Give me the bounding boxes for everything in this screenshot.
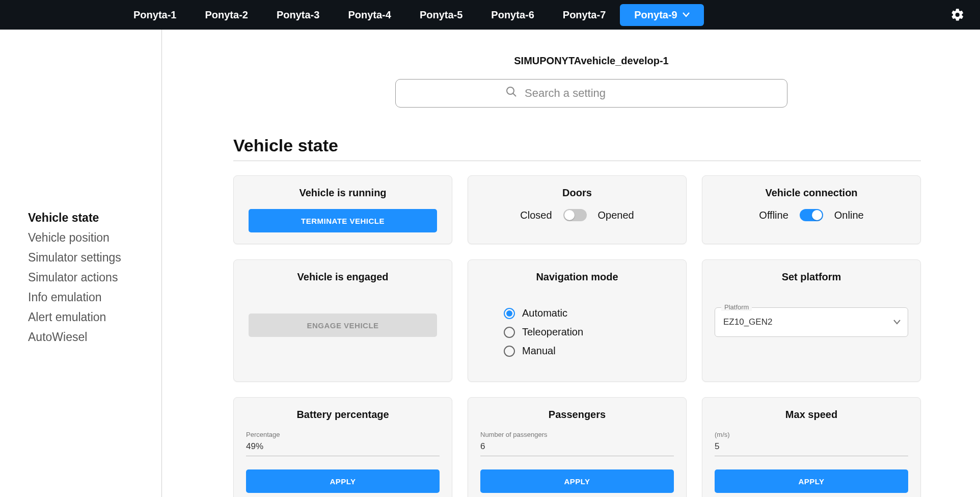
radio-icon [504,308,515,319]
maxspeed-input[interactable] [715,438,908,456]
sidebar-item-alert-emulation[interactable]: Alert emulation [28,307,161,327]
radio-icon [504,327,515,338]
sidebar-item-info-emulation[interactable]: Info emulation [28,287,161,307]
battery-apply-button[interactable]: APPLY [246,469,440,493]
sidebar-item-vehicle-state[interactable]: Vehicle state [28,208,161,228]
card-title: Vehicle is engaged [246,271,440,283]
platform-select[interactable]: Platform EZ10_GEN2 [715,307,908,337]
sidebar-item-simulator-settings[interactable]: Simulator settings [28,248,161,268]
tab-ponyta-6[interactable]: Ponyta-6 [477,4,548,26]
svg-line-1 [513,93,516,96]
card-title: Set platform [715,271,908,283]
radio-label: Automatic [522,307,567,319]
engage-vehicle-button: ENGAGE VEHICLE [249,313,437,337]
passengers-apply-button[interactable]: APPLY [480,469,674,493]
card-doors: Doors Closed Opened [468,175,687,244]
doors-opened-label: Opened [598,210,634,221]
search-box[interactable] [395,79,787,108]
tab-ponyta-4[interactable]: Ponyta-4 [334,4,405,26]
navmode-option-teleoperation[interactable]: Teleoperation [504,326,674,338]
connection-offline-label: Offline [759,210,788,221]
settings-gear-icon[interactable] [947,5,968,25]
platform-field-label: Platform [721,303,752,311]
card-set-platform: Set platform Platform EZ10_GEN2 [702,259,921,382]
card-battery-percentage: Battery percentage Percentage APPLY [233,397,452,497]
tab-ponyta-2[interactable]: Ponyta-2 [190,4,262,26]
search-input[interactable] [525,87,677,100]
card-vehicle-connection: Vehicle connection Offline Online [702,175,921,244]
card-title: Doors [480,187,674,199]
card-title: Battery percentage [246,409,440,421]
tab-ponyta-3[interactable]: Ponyta-3 [262,4,334,26]
card-vehicle-running: Vehicle is running TERMINATE VEHICLE [233,175,452,244]
doors-toggle[interactable] [563,209,587,221]
sidebar-item-autowiesel[interactable]: AutoWiesel [28,327,161,347]
card-passengers: Passengers Number of passengers APPLY [468,397,687,497]
card-max-speed: Max speed (m/s) APPLY [702,397,921,497]
caret-down-icon [683,12,690,17]
radio-label: Manual [522,345,556,357]
sidebar-item-vehicle-position[interactable]: Vehicle position [28,228,161,248]
terminate-vehicle-button[interactable]: TERMINATE VEHICLE [249,209,437,232]
passengers-field-label: Number of passengers [480,431,674,438]
platform-select-value: EZ10_GEN2 [723,317,772,327]
top-nav: Ponyta-1 Ponyta-2 Ponyta-3 Ponyta-4 Pony… [0,0,980,30]
nav-tabs: Ponyta-1 Ponyta-2 Ponyta-3 Ponyta-4 Pony… [119,4,704,26]
doors-closed-label: Closed [520,210,552,221]
card-title: Passengers [480,409,674,421]
card-title: Vehicle connection [715,187,908,199]
battery-input[interactable] [246,438,440,456]
connection-toggle[interactable] [800,209,823,221]
maxspeed-field-label: (m/s) [715,431,908,438]
passengers-input[interactable] [480,438,674,456]
navmode-option-manual[interactable]: Manual [504,345,674,357]
tab-ponyta-9[interactable]: Ponyta-9 [620,4,703,26]
radio-icon [504,346,515,357]
tab-ponyta-7[interactable]: Ponyta-7 [549,4,620,26]
sidebar: Vehicle state Vehicle position Simulator… [0,30,162,497]
section-heading: Vehicle state [233,136,921,161]
battery-field-label: Percentage [246,431,440,438]
card-navigation-mode: Navigation mode Automatic Teleoperation … [468,259,687,382]
radio-label: Teleoperation [522,326,583,338]
navmode-option-automatic[interactable]: Automatic [504,307,674,319]
tab-ponyta-5[interactable]: Ponyta-5 [405,4,477,26]
card-title: Vehicle is running [246,187,440,199]
tab-ponyta-9-label: Ponyta-9 [634,9,677,21]
connection-online-label: Online [834,210,864,221]
tab-ponyta-1[interactable]: Ponyta-1 [119,4,190,26]
svg-point-0 [507,87,514,94]
main-content: SIMUPONYTAvehicle_develop-1 Vehicle stat… [162,30,980,497]
sidebar-item-simulator-actions[interactable]: Simulator actions [28,268,161,287]
card-title: Navigation mode [480,271,674,283]
card-title: Max speed [715,409,908,421]
chevron-down-icon [893,318,901,327]
vehicle-id-label: SIMUPONYTAvehicle_develop-1 [233,45,949,79]
search-icon [505,86,518,101]
card-vehicle-engaged: Vehicle is engaged ENGAGE VEHICLE [233,259,452,382]
maxspeed-apply-button[interactable]: APPLY [715,469,908,493]
